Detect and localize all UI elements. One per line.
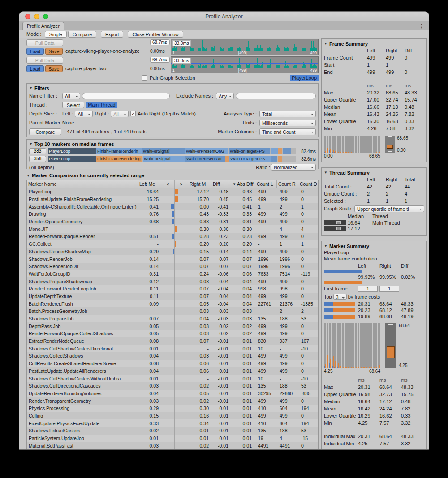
table-row[interactable]: DepthPass.Job0.050.03-0.020.024994990	[27, 322, 318, 330]
minimize-window-button[interactable]	[34, 14, 39, 19]
table-row[interactable]: Shadows.PrepareJob0.070.04-0.030.0313518…	[27, 315, 318, 323]
filters-header[interactable]: ▼ Filters	[29, 85, 316, 91]
mode-compare-button[interactable]: Compare	[68, 31, 96, 38]
pull-data-button[interactable]: Pull Data	[26, 57, 63, 64]
table-row[interactable]: FixedUpdate.PhysicsFixedUpdate0.330.340.…	[27, 419, 318, 427]
export-button[interactable]: Export	[101, 31, 123, 38]
pull-data-button[interactable]: Pull Data	[26, 39, 63, 46]
table-row[interactable]: Shadows.RenderJob0.140.07-0.070.07199619…	[27, 255, 318, 263]
table-row[interactable]: Render.TransparentGeometry0.030.02-0.010…	[27, 397, 318, 405]
pair-graph-selection-checkbox[interactable]	[142, 75, 147, 81]
frame-cost-row[interactable]: 20.3168.6448.33	[324, 301, 424, 307]
close-window-button[interactable]	[25, 14, 30, 19]
first-frame-right-button[interactable]: 1	[379, 286, 399, 292]
table-row[interactable]: RenderForwardOpaque.Render0.510.28-0.230…	[27, 233, 318, 240]
table-row[interactable]: Shadows.CullShadowCastersWithoutUmbra0.0…	[27, 375, 318, 382]
thread-row[interactable]: 16.64Main Thread	[324, 220, 424, 226]
exclude-mode-dropdown[interactable]: Any	[216, 93, 234, 99]
marker-columns-dropdown[interactable]: Time and Count	[259, 128, 316, 135]
marker-segment[interactable]	[278, 148, 282, 154]
load-button[interactable]: Load	[26, 65, 44, 72]
marker-segment[interactable]: WaitForPresentOn	[185, 156, 225, 162]
table-row[interactable]: Material.SetPassFast0.030.02-0.010.01449…	[27, 442, 318, 449]
table-row[interactable]: RenderForward.RenderLoopJob0.110.07-0.04…	[27, 285, 318, 293]
frame-cost-row[interactable]: 20.2368.1247.89	[324, 307, 424, 313]
frame-time-graph[interactable]: 33.0ms 1 [499] 499	[171, 56, 319, 73]
table-row[interactable]: GC.Collect-0.200.200.20-11	[27, 240, 318, 248]
foldout-icon[interactable]: ▼	[29, 142, 33, 146]
col-count-right[interactable]: Count R	[277, 180, 298, 188]
marker-segment[interactable]	[271, 148, 278, 154]
selected-marker-label[interactable]: PlayerLoop	[290, 75, 319, 81]
frame-time-graph[interactable]: 33.0ms 1 [499] 499	[171, 39, 319, 55]
table-row[interactable]: Assembly-CSharp.dll!::Collectable.OnTrig…	[27, 203, 318, 210]
marker-time-histogram[interactable]	[324, 323, 380, 368]
exclude-names-input[interactable]	[236, 93, 316, 99]
table-row[interactable]: UpdateDepthTexture0.110.07-0.040.0449949…	[27, 293, 318, 300]
col-count-left[interactable]: Count L	[255, 180, 277, 188]
table-row[interactable]: Shadows.ExtractCasters0.020.01-0.010.011…	[27, 427, 318, 435]
mode-single-button[interactable]: Single	[45, 31, 67, 38]
table-row[interactable]: Shadows.CullShadowCastersDirectional0.01…	[27, 345, 318, 352]
load-button[interactable]: Load	[26, 48, 44, 55]
kebab-menu-icon[interactable]: ⋮	[419, 23, 424, 29]
col-abs-diff[interactable]: ▼Abs Diff	[231, 180, 255, 188]
marker-segment[interactable]	[271, 156, 277, 162]
graph-scale-dropdown[interactable]: Upper quartile of frame ti	[354, 205, 424, 212]
tab-profile-analyzer[interactable]: Profile Analyzer	[22, 22, 64, 30]
table-row[interactable]: WaitForJobGroupID0.310.24-0.060.06763375…	[27, 270, 318, 278]
marker-segment[interactable]: WaitForSignal	[143, 156, 185, 162]
frame-index-button[interactable]: 356	[29, 156, 46, 162]
marker-segment[interactable]: WaitForPresentOnG	[185, 148, 228, 154]
col-marker-name[interactable]: Marker Name	[27, 180, 138, 188]
table-row[interactable]: PostLateUpdate.FinishFrameRendering15.25…	[27, 196, 318, 203]
table-row[interactable]: Culling0.150.160.010.014994990	[27, 412, 318, 420]
table-row[interactable]: RenderForwardOpaque.CollectShadows0.050.…	[27, 330, 318, 337]
frame-cost-row[interactable]: 19.8968.0848.19	[324, 313, 424, 320]
table-row[interactable]: ParticleSystem.UpdateJob0.010.010.010.01…	[27, 435, 318, 442]
selected-thread-label[interactable]: Main Thread	[86, 102, 117, 108]
foldout-icon[interactable]: ▼	[324, 244, 327, 248]
table-row[interactable]: PlayerLoop16.6417.120.480.484994990	[27, 188, 318, 196]
comparison-header[interactable]: ▼ Marker Comparison for currently select…	[26, 172, 319, 179]
depth-left-dropdown[interactable]: All	[75, 111, 93, 117]
ratio-dropdown[interactable]: Normalized	[271, 164, 316, 171]
analysis-type-dropdown[interactable]: Total	[259, 111, 316, 117]
depth-right-dropdown[interactable]: All	[111, 111, 129, 117]
col-right-bars[interactable]: >	[175, 180, 188, 188]
thread-median-graph[interactable]	[324, 220, 346, 225]
marker-segment[interactable]: FinishFrameRenderin	[96, 148, 142, 154]
marker-segment[interactable]: WaitForTargetFPS	[229, 156, 271, 162]
titlebar[interactable]: Profile Analyzer	[19, 12, 429, 21]
graph-scale-dropdown[interactable]: 68.7ms	[150, 57, 170, 63]
col-left-median[interactable]: Left Me	[138, 180, 161, 188]
col-left-bars[interactable]: <	[161, 180, 175, 188]
table-row[interactable]: Render.OpaqueGeometry0.680.38-0.310.3149…	[27, 218, 318, 226]
foldout-icon[interactable]: ▼	[29, 86, 33, 90]
table-row[interactable]: CullResults.CreateSharedRendererScene0.0…	[27, 360, 318, 367]
thread-median-graph[interactable]	[324, 226, 346, 231]
foldout-icon[interactable]: ▼	[324, 171, 327, 175]
marker-segment[interactable]: FinishFrameRendering	[96, 156, 142, 162]
auto-right-checkbox[interactable]: ✓	[130, 111, 136, 116]
table-row[interactable]: Mono.JIT-0.300.300.30-44	[27, 225, 318, 233]
marker-segment[interactable]: PlayerLoop	[48, 156, 96, 162]
foldout-icon[interactable]: ▼	[324, 42, 327, 46]
close-profiler-window-button[interactable]: Close Profiler Window	[128, 31, 183, 38]
marker-segment[interactable]: WaitForSignal	[142, 148, 185, 154]
frame-time-boxplot[interactable]	[385, 136, 395, 153]
table-row[interactable]: PostLateUpdate.UpdateAllRenderers0.040.0…	[27, 367, 318, 375]
table-row[interactable]: ExtractRenderNodeQueue0.080.07-0.010.018…	[27, 337, 318, 345]
foldout-icon[interactable]: ▼	[26, 174, 30, 178]
save-button[interactable]: Save	[45, 65, 63, 72]
marker-time-boxplot[interactable]	[385, 323, 396, 368]
thread-summary-header[interactable]: ▼ Thread Summary	[324, 169, 424, 176]
table-row[interactable]: Batch.ProcessGeometryJob-0.030.030.03-22	[27, 307, 318, 315]
name-filter-mode-dropdown[interactable]: All	[62, 93, 80, 99]
marker-segment[interactable]: PlayerLoop	[48, 148, 96, 154]
table-row[interactable]: Drawing0.760.43-0.330.334994990	[27, 210, 318, 218]
col-count-delta[interactable]: Count D	[298, 180, 318, 188]
col-right-median[interactable]: Right M	[188, 180, 211, 188]
first-frame-left-button[interactable]: 1	[358, 286, 378, 292]
table-row[interactable]: Shadows.CullDirectionalCascades0.030.02-…	[27, 382, 318, 390]
